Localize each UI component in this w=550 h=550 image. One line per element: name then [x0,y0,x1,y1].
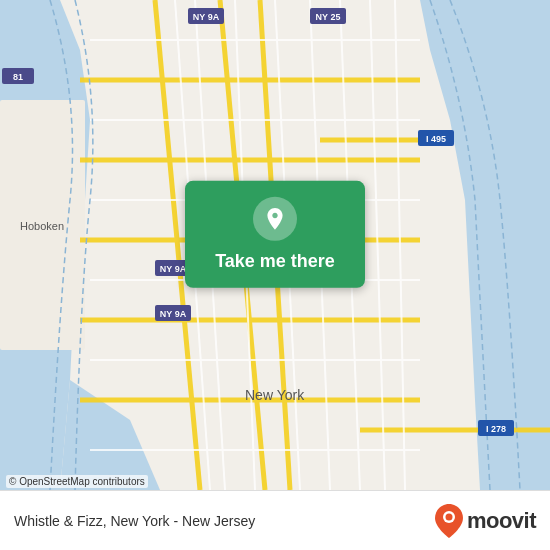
svg-text:NY 9A: NY 9A [160,264,187,274]
take-me-there-label: Take me there [215,251,335,272]
svg-text:NY 25: NY 25 [316,12,341,22]
moovit-logo: moovit [435,504,536,538]
svg-text:81: 81 [13,72,23,82]
place-name: Whistle & Fizz, New York - New Jersey [14,513,255,529]
location-pin-icon [253,197,297,241]
bottom-bar: Whistle & Fizz, New York - New Jersey mo… [0,490,550,550]
svg-text:I 495: I 495 [426,134,446,144]
moovit-logo-text: moovit [467,508,536,534]
moovit-pin-icon [435,504,463,538]
svg-text:Hoboken: Hoboken [20,220,64,232]
map-attribution: © OpenStreetMap contributors [6,475,148,488]
take-me-there-button[interactable]: Take me there [185,181,365,288]
svg-text:NY 9A: NY 9A [193,12,220,22]
svg-point-46 [445,513,452,520]
svg-text:I 278: I 278 [486,424,506,434]
svg-text:NY 9A: NY 9A [160,309,187,319]
map-container: Hoboken [0,0,550,490]
svg-text:New York: New York [245,387,305,403]
